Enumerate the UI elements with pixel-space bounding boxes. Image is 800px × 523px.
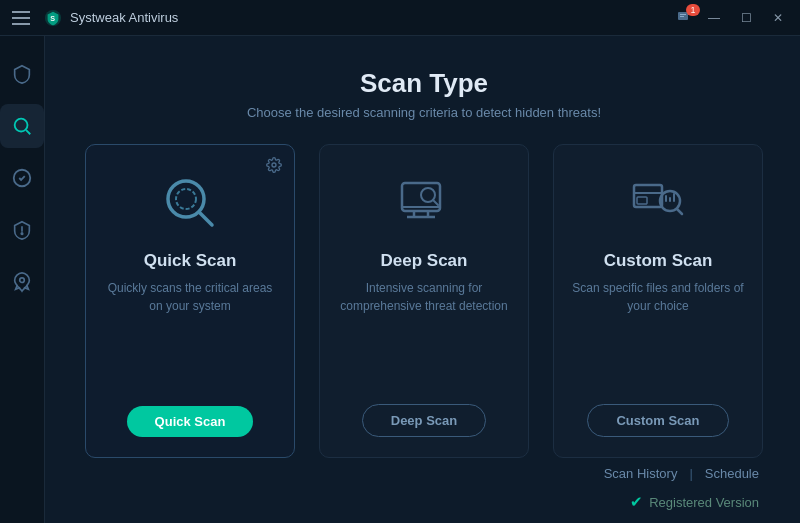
- quick-scan-card[interactable]: Quick Scan Quickly scans the critical ar…: [85, 144, 295, 458]
- custom-scan-card[interactable]: Custom Scan Scan specific files and fold…: [553, 144, 763, 458]
- custom-scan-icon: [628, 173, 688, 237]
- deep-scan-button[interactable]: Deep Scan: [362, 404, 486, 437]
- sidebar-item-protection[interactable]: [0, 52, 44, 96]
- title-bar: S Systweak Antivirus 1 — ☐ ✕: [0, 0, 800, 36]
- page-subtitle: Choose the desired scanning criteria to …: [85, 105, 763, 120]
- svg-line-29: [677, 209, 682, 214]
- card-settings-icon[interactable]: [266, 157, 282, 176]
- svg-point-14: [176, 189, 196, 209]
- footer-row: Scan History | Schedule: [85, 458, 763, 493]
- deep-scan-icon: [394, 173, 454, 237]
- notification-count: 1: [686, 4, 700, 16]
- svg-point-9: [21, 233, 22, 234]
- sidebar-item-scan[interactable]: [0, 104, 44, 148]
- deep-scan-card[interactable]: Deep Scan Intensive scanning for compreh…: [319, 144, 529, 458]
- registered-badge: ✔ Registered Version: [630, 493, 759, 511]
- close-button[interactable]: ✕: [764, 7, 792, 29]
- scan-cards-container: Quick Scan Quickly scans the critical ar…: [85, 144, 763, 458]
- title-bar-controls: 1 — ☐ ✕: [676, 7, 792, 29]
- title-bar-left: S Systweak Antivirus: [8, 4, 178, 32]
- svg-line-21: [433, 200, 438, 205]
- deep-scan-title: Deep Scan: [381, 251, 468, 271]
- notification-area[interactable]: 1: [676, 8, 696, 28]
- svg-text:S: S: [50, 13, 55, 22]
- page-title: Scan Type: [85, 68, 763, 99]
- main-layout: Scan Type Choose the desired scanning cr…: [0, 36, 800, 523]
- schedule-link[interactable]: Schedule: [705, 466, 759, 481]
- custom-scan-title: Custom Scan: [604, 251, 713, 271]
- quick-scan-desc: Quickly scans the critical areas on your…: [104, 279, 276, 390]
- svg-rect-3: [680, 14, 686, 15]
- app-logo-icon: S: [44, 9, 62, 27]
- app-title: Systweak Antivirus: [70, 10, 178, 25]
- svg-line-6: [26, 130, 30, 134]
- svg-point-11: [272, 163, 276, 167]
- svg-point-5: [15, 119, 28, 132]
- sidebar: [0, 36, 45, 523]
- quick-scan-button[interactable]: Quick Scan: [127, 406, 254, 437]
- content-header: Scan Type Choose the desired scanning cr…: [85, 36, 763, 144]
- sidebar-item-shield2[interactable]: [0, 208, 44, 252]
- deep-scan-desc: Intensive scanning for comprehensive thr…: [338, 279, 510, 388]
- hamburger-button[interactable]: [8, 4, 36, 32]
- quick-scan-title: Quick Scan: [144, 251, 237, 271]
- footer-divider: |: [689, 466, 692, 481]
- quick-scan-icon: [160, 173, 220, 237]
- svg-rect-4: [680, 16, 684, 17]
- svg-rect-24: [637, 197, 647, 204]
- scan-history-link[interactable]: Scan History: [604, 466, 678, 481]
- svg-point-10: [20, 278, 25, 283]
- minimize-button[interactable]: —: [700, 7, 728, 29]
- custom-scan-button[interactable]: Custom Scan: [587, 404, 728, 437]
- sidebar-item-check[interactable]: [0, 156, 44, 200]
- footer-links: Scan History | Schedule: [604, 466, 759, 481]
- registered-checkmark-icon: ✔: [630, 493, 643, 511]
- sidebar-item-booster[interactable]: [0, 260, 44, 304]
- registered-label: Registered Version: [649, 495, 759, 510]
- custom-scan-desc: Scan specific files and folders of your …: [572, 279, 744, 388]
- maximize-button[interactable]: ☐: [732, 7, 760, 29]
- svg-line-13: [199, 212, 212, 225]
- content-area: Scan Type Choose the desired scanning cr…: [45, 36, 800, 523]
